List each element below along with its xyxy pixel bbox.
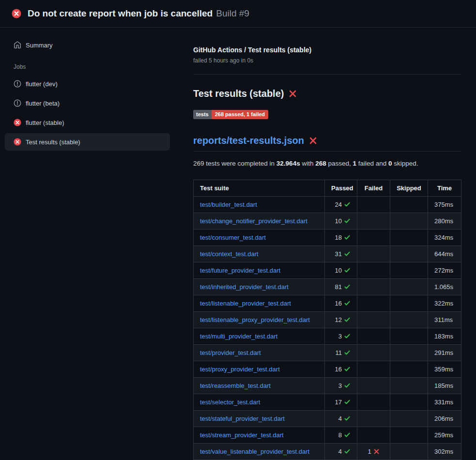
sidebar-item-job[interactable]: Test results (stable) bbox=[5, 133, 170, 151]
test-time: 644ms bbox=[428, 246, 461, 262]
table-header-row: Test suitePassedFailedSkippedTime bbox=[194, 180, 461, 197]
test-suite-link[interactable]: test/reassemble_test.dart bbox=[200, 382, 271, 389]
passed-count: 12 bbox=[335, 316, 342, 323]
test-suite-link[interactable]: test/listenable_proxy_provider_test.dart bbox=[200, 316, 310, 323]
passed-count: 17 bbox=[335, 399, 342, 406]
x-icon bbox=[309, 137, 317, 145]
passed-count: 11 bbox=[336, 349, 342, 356]
table-row: test/stream_provider_test.dart8259ms bbox=[194, 427, 461, 444]
test-time: 322ms bbox=[428, 295, 461, 312]
job-label: flutter (stable) bbox=[26, 119, 64, 126]
job-label: flutter (dev) bbox=[26, 80, 58, 88]
table-row: test/value_listenable_provider_test.dart… bbox=[194, 444, 461, 460]
column-header: Skipped bbox=[390, 180, 428, 197]
passed-count: 8 bbox=[338, 431, 342, 439]
x-circle-icon bbox=[14, 138, 21, 146]
home-icon bbox=[14, 41, 21, 49]
badge-value: 268 passed, 1 failed bbox=[212, 110, 268, 119]
summary-line: 269 tests were completed in 32.964s with… bbox=[193, 160, 461, 167]
check-icon bbox=[344, 250, 351, 257]
passed-count: 16 bbox=[335, 366, 342, 373]
jobs-list: flutter (dev)flutter (beta)flutter (stab… bbox=[5, 75, 170, 151]
test-time: 280ms bbox=[428, 213, 461, 230]
failed-count: 1 bbox=[368, 448, 371, 455]
table-row: test/multi_provider_test.dart3183ms bbox=[194, 328, 461, 345]
jobs-section-label: Jobs bbox=[14, 63, 170, 70]
summary-duration: 32.964s bbox=[276, 160, 300, 167]
test-suite-link[interactable]: test/inherited_provider_test.dart bbox=[200, 283, 289, 291]
x-icon bbox=[373, 448, 380, 455]
test-suite-link[interactable]: test/provider_test.dart bbox=[200, 349, 261, 356]
test-time: 302ms bbox=[428, 444, 461, 460]
test-suite-link[interactable]: test/change_notifier_provider_test.dart bbox=[200, 217, 307, 225]
check-icon bbox=[344, 366, 351, 372]
check-icon bbox=[344, 234, 351, 241]
check-icon bbox=[344, 415, 351, 422]
job-label: flutter (beta) bbox=[26, 100, 60, 107]
table-row: test/change_notifier_provider_test.dart1… bbox=[194, 213, 461, 230]
test-time: 183ms bbox=[428, 328, 461, 345]
passed-count: 4 bbox=[338, 415, 342, 422]
test-time: 291ms bbox=[428, 345, 461, 361]
check-icon bbox=[344, 448, 351, 455]
check-icon bbox=[344, 201, 351, 208]
test-time: 324ms bbox=[428, 230, 461, 246]
test-suite-link[interactable]: test/listenable_provider_test.dart bbox=[200, 300, 291, 307]
table-row: test/stateful_provider_test.dart4206ms bbox=[194, 411, 461, 427]
test-time: 272ms bbox=[428, 262, 461, 279]
build-number: Build #9 bbox=[216, 8, 249, 18]
passed-count: 10 bbox=[335, 267, 342, 274]
sidebar-item-job[interactable]: flutter (stable) bbox=[5, 114, 170, 131]
column-header: Failed bbox=[357, 180, 390, 197]
test-suite-link[interactable]: test/context_test.dart bbox=[200, 250, 259, 258]
test-suite-link[interactable]: test/proxy_provider_test.dart bbox=[200, 366, 280, 373]
check-icon bbox=[344, 316, 351, 323]
passed-count: 24 bbox=[335, 201, 342, 208]
check-icon bbox=[344, 382, 351, 389]
sidebar-item-job[interactable]: flutter (beta) bbox=[5, 94, 170, 112]
test-suite-link[interactable]: test/consumer_test.dart bbox=[200, 234, 266, 241]
summary-failed: 1 bbox=[353, 160, 357, 167]
sidebar-item-job[interactable]: flutter (dev) bbox=[5, 75, 170, 92]
build-header: Do not create report when job is cancell… bbox=[0, 0, 476, 28]
x-circle-icon bbox=[12, 9, 21, 18]
x-circle-icon bbox=[14, 119, 21, 126]
badge-label: tests bbox=[193, 110, 212, 119]
test-suite-link[interactable]: test/builder_test.dart bbox=[200, 201, 257, 208]
test-time: 1.065s bbox=[428, 279, 461, 295]
summary-skipped: 0 bbox=[388, 160, 392, 167]
check-icon bbox=[344, 333, 351, 339]
table-row: test/builder_test.dart24375ms bbox=[194, 197, 461, 213]
check-icon bbox=[344, 300, 351, 307]
column-header: Time bbox=[428, 180, 461, 197]
table-row: test/consumer_test.dart18324ms bbox=[194, 230, 461, 246]
report-heading: reports/test-results.json bbox=[193, 135, 461, 152]
table-row: test/proxy_provider_test.dart16359ms bbox=[194, 361, 461, 378]
neutral-status-icon bbox=[14, 99, 21, 107]
test-suite-link[interactable]: test/value_listenable_provider_test.dart bbox=[200, 448, 309, 455]
check-title: Test results (stable) bbox=[193, 88, 461, 99]
table-row: test/listenable_provider_test.dart16322m… bbox=[194, 295, 461, 312]
passed-count: 3 bbox=[338, 333, 342, 340]
table-row: test/future_provider_test.dart10272ms bbox=[194, 262, 461, 279]
passed-count: 16 bbox=[335, 300, 342, 307]
sidebar: Summary Jobs flutter (dev)flutter (beta)… bbox=[0, 28, 193, 153]
check-icon bbox=[344, 217, 351, 224]
neutral-status-icon bbox=[14, 80, 21, 88]
passed-count: 18 bbox=[335, 234, 342, 241]
test-suite-link[interactable]: test/future_provider_test.dart bbox=[200, 267, 280, 274]
x-icon bbox=[289, 90, 297, 98]
test-suite-link[interactable]: test/stream_provider_test.dart bbox=[200, 431, 284, 439]
check-icon bbox=[344, 431, 351, 438]
column-header: Passed bbox=[325, 180, 357, 197]
test-suite-link[interactable]: test/multi_provider_test.dart bbox=[200, 333, 277, 340]
check-icon bbox=[344, 267, 351, 274]
sidebar-item-summary[interactable]: Summary bbox=[5, 36, 170, 54]
test-suite-link[interactable]: test/stateful_provider_test.dart bbox=[200, 415, 285, 422]
report-link[interactable]: reports/test-results.json bbox=[193, 135, 304, 146]
check-icon bbox=[344, 283, 351, 290]
check-icon bbox=[344, 399, 351, 405]
test-time: 359ms bbox=[428, 361, 461, 378]
divider bbox=[193, 74, 461, 75]
test-suite-link[interactable]: test/selector_test.dart bbox=[200, 399, 260, 406]
